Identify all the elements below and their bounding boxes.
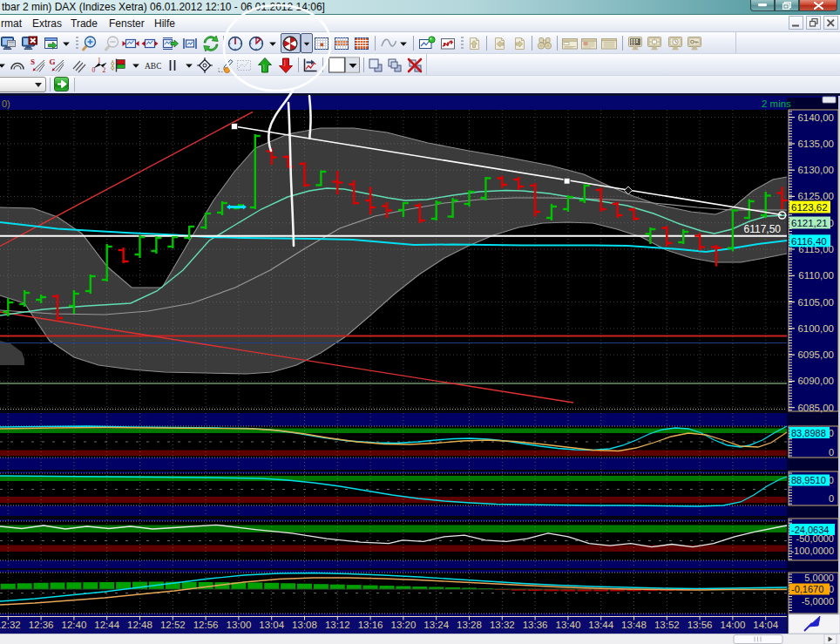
parallel-lines-button[interactable] xyxy=(69,55,89,75)
menu-item-format[interactable]: rmat xyxy=(1,17,22,31)
mdi-restore-button[interactable] xyxy=(806,16,821,30)
crosshair-target-icon xyxy=(196,57,213,74)
monitor-clock-button[interactable] xyxy=(666,33,686,53)
dropdown-button[interactable] xyxy=(130,55,142,75)
chart-signal-button[interactable] xyxy=(301,55,321,75)
indicator-panel-williams-r xyxy=(0,519,787,568)
clock-button[interactable] xyxy=(226,33,246,53)
swatch-dropdown-button[interactable] xyxy=(343,55,363,75)
trendline-handle[interactable] xyxy=(231,124,237,130)
crosshair-target-button[interactable] xyxy=(194,55,214,75)
export-chart-button[interactable] xyxy=(160,33,180,53)
dropdown-icon xyxy=(130,57,142,74)
close-button[interactable] xyxy=(799,0,837,11)
monitor-key-icon xyxy=(686,35,703,52)
svg-text:14:00: 14:00 xyxy=(721,620,746,630)
new-chart-button[interactable] xyxy=(0,33,19,53)
chart-interval-label: 2 mins xyxy=(762,98,791,109)
toolbar-drawing: SG102ABC xyxy=(0,54,840,76)
dropdown-button[interactable] xyxy=(60,33,72,53)
svg-text:-24,0634: -24,0634 xyxy=(791,525,829,535)
toolbar-separator xyxy=(413,36,414,51)
elliott-count-icon: 102 xyxy=(91,57,108,74)
chart-red-line-button[interactable] xyxy=(438,33,458,53)
gann-fan-g-button[interactable]: G xyxy=(48,55,68,75)
abc-text-button[interactable]: ABC xyxy=(143,55,163,75)
grid-table-2-button[interactable] xyxy=(331,33,351,53)
clock-quarter-button[interactable] xyxy=(247,33,267,53)
svg-text:13:48: 13:48 xyxy=(621,620,647,630)
svg-text:88,9510: 88,9510 xyxy=(791,475,826,485)
fit-range-in-icon xyxy=(141,35,159,52)
delete-objects-button[interactable] xyxy=(405,55,425,75)
toolbar-separator xyxy=(322,58,323,72)
chart-window[interactable]: 0)2 mins6117,5012:3212:3612:4012:4412:48… xyxy=(0,96,840,644)
monitor-key-button[interactable] xyxy=(685,33,705,53)
zoom-out-button[interactable] xyxy=(103,33,123,53)
window-controls xyxy=(750,0,837,12)
page-right-button[interactable] xyxy=(509,33,529,53)
svg-text:-100,0000: -100,0000 xyxy=(790,546,834,556)
pencil-edit-button[interactable] xyxy=(216,55,236,75)
arrow-up-green-button[interactable] xyxy=(255,55,275,75)
refresh-button[interactable] xyxy=(201,33,221,53)
menu-item-hilfe[interactable]: Hilfe xyxy=(154,17,175,31)
bring-front-button[interactable] xyxy=(366,55,386,75)
svg-text:6105,00: 6105,00 xyxy=(797,297,834,308)
dropdown-button[interactable] xyxy=(183,55,195,75)
close-chart-button[interactable] xyxy=(19,33,39,53)
chart-brackets-button[interactable] xyxy=(180,33,200,53)
report-list-2-button[interactable] xyxy=(579,33,600,53)
speed-fan-s-icon: S xyxy=(30,57,47,74)
menu-item-extras[interactable]: Extras xyxy=(32,17,62,31)
grid-table-3-button[interactable] xyxy=(351,33,371,53)
minimize-button[interactable] xyxy=(750,0,775,11)
sine-curve-button[interactable] xyxy=(378,33,398,53)
send-back-button[interactable] xyxy=(385,55,405,75)
trendline-handle[interactable] xyxy=(564,178,570,184)
grid-table-2-icon xyxy=(333,35,350,52)
toolbar-separator xyxy=(298,58,299,72)
report-list-1-button[interactable] xyxy=(559,33,579,53)
indicator-panel-stochastic-fast xyxy=(0,413,787,470)
fit-range-in-button[interactable] xyxy=(140,33,160,53)
mdi-minimize-button[interactable] xyxy=(789,16,803,30)
toolbar-grip[interactable] xyxy=(76,37,78,50)
zoom-in-button[interactable] xyxy=(79,33,99,53)
axis-splitter-button[interactable] xyxy=(823,97,836,103)
mdi-close-button[interactable] xyxy=(823,16,838,30)
chart-green-ball-button[interactable] xyxy=(417,33,437,53)
svg-text:6130,00: 6130,00 xyxy=(797,165,834,175)
maximize-restore-button[interactable] xyxy=(775,0,799,11)
candle-flag-icon xyxy=(110,57,127,74)
pie-chart-button[interactable] xyxy=(281,33,301,53)
page-left-button[interactable] xyxy=(489,33,509,53)
symbol-combobox[interactable] xyxy=(0,77,46,92)
report-list-3-button[interactable] xyxy=(600,33,620,53)
monitor-window-button[interactable] xyxy=(645,33,665,53)
zigzag-dotted-button[interactable] xyxy=(234,55,254,75)
monitor-grid-button[interactable] xyxy=(625,33,645,53)
candle-flag-button[interactable] xyxy=(109,55,129,75)
menu-item-trade[interactable]: Trade xyxy=(71,17,98,31)
binoculars-button[interactable] xyxy=(535,33,555,53)
arc-button[interactable] xyxy=(8,55,28,75)
page-up-button[interactable] xyxy=(464,33,484,53)
dropdown-button[interactable] xyxy=(397,33,410,53)
menu-item-fenster[interactable]: Fenster xyxy=(109,17,145,31)
fit-range-button[interactable] xyxy=(121,33,141,53)
dropdown-button[interactable] xyxy=(267,33,279,53)
apply-symbol-button[interactable] xyxy=(54,77,69,92)
pencil-edit-icon xyxy=(217,57,234,74)
speed-fan-s-button[interactable]: S xyxy=(29,55,49,75)
grid-table-1-button[interactable] xyxy=(312,33,332,53)
export-table-button[interactable] xyxy=(41,33,61,53)
report-list-2-icon xyxy=(580,35,598,52)
elliott-count-button[interactable]: 102 xyxy=(90,55,110,75)
arrow-down-red-button[interactable] xyxy=(275,55,295,75)
chart-green-ball-icon xyxy=(418,35,436,52)
scroll-corner[interactable] xyxy=(789,614,840,634)
parallel-bars-button[interactable] xyxy=(162,55,182,75)
chart-signal-icon xyxy=(301,57,319,74)
binoculars-icon xyxy=(536,35,553,52)
